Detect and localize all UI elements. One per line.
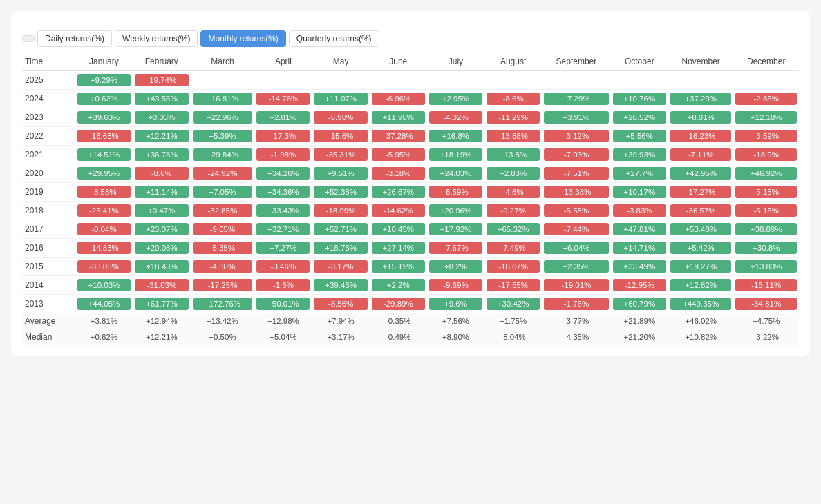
col-header-january: January xyxy=(75,52,133,71)
data-cell: +8.2% xyxy=(427,258,484,276)
data-cell: -34.81% xyxy=(733,295,799,313)
median-cell: -8.04% xyxy=(484,329,542,345)
table-header-row: TimeJanuaryFebruaryMarchAprilMayJuneJuly… xyxy=(22,52,799,71)
average-cell: +13.42% xyxy=(191,313,255,329)
data-cell xyxy=(733,71,799,90)
median-cell: +12.21% xyxy=(133,329,191,345)
year-cell: 2016 xyxy=(22,239,75,258)
tab-quarterly[interactable]: Quarterly returns(%) xyxy=(289,30,379,47)
data-cell: +0.62% xyxy=(75,90,133,108)
data-cell: +39.93% xyxy=(611,146,668,164)
median-cell: +21.20% xyxy=(611,329,668,345)
data-cell: +61.77% xyxy=(133,295,191,313)
median-row: Median+0.62%+12.21%+0.50%+5.04%+3.17%-0.… xyxy=(22,329,799,345)
col-header-may: May xyxy=(312,52,369,71)
data-cell: -7.51% xyxy=(542,164,611,183)
average-cell: +12.98% xyxy=(254,313,312,329)
data-cell: +13.83% xyxy=(733,258,799,276)
data-cell: +2.81% xyxy=(254,108,312,127)
data-cell: -5.58% xyxy=(542,202,611,220)
data-cell xyxy=(254,71,312,90)
data-cell: -3.46% xyxy=(254,258,312,276)
year-cell: 2017 xyxy=(22,220,75,239)
col-header-october: October xyxy=(611,52,668,71)
data-cell: +15.19% xyxy=(370,258,427,276)
data-cell: -14.76% xyxy=(254,90,312,108)
data-cell: +12.82% xyxy=(668,276,734,295)
data-cell xyxy=(542,71,611,90)
data-cell: +9.29% xyxy=(75,71,133,90)
data-cell: -5.15% xyxy=(733,202,799,220)
median-cell: +5.04% xyxy=(254,329,312,345)
data-cell: +14.71% xyxy=(611,239,668,258)
data-cell xyxy=(370,71,427,90)
data-cell: +18.19% xyxy=(427,146,484,164)
data-cell: +2.83% xyxy=(484,164,542,183)
year-cell: 2013 xyxy=(22,295,75,313)
average-cell: +1.75% xyxy=(484,313,542,329)
table-row: 2022-16.68%+12.21%+5.39%-17.3%-15.6%-37.… xyxy=(22,127,799,146)
data-cell: +12.18% xyxy=(733,108,799,127)
data-cell: +39.46% xyxy=(312,276,369,295)
data-cell: +50.01% xyxy=(254,295,312,313)
data-cell: -9.27% xyxy=(484,202,542,220)
data-cell: -31.03% xyxy=(133,276,191,295)
data-cell: -4.6% xyxy=(484,183,542,202)
data-cell: +10.03% xyxy=(75,276,133,295)
data-cell: +27.14% xyxy=(370,239,427,258)
table-row: 2021+14.51%+36.78%+29.84%-1.98%-35.31%-5… xyxy=(22,146,799,164)
data-cell: -11.29% xyxy=(484,108,542,127)
data-cell: +34.26% xyxy=(254,164,312,183)
data-cell: +42.95% xyxy=(668,164,734,183)
data-cell: +44.05% xyxy=(75,295,133,313)
tab-bar: Daily returns(%) Weekly returns(%) Month… xyxy=(22,30,799,47)
data-cell: +0.03% xyxy=(133,108,191,127)
data-cell: -17.3% xyxy=(254,127,312,146)
data-cell: +5.42% xyxy=(668,239,734,258)
data-cell: +10.45% xyxy=(370,220,427,239)
tab-monthly[interactable]: Monthly returns(%) xyxy=(200,30,285,47)
average-cell: +3.81% xyxy=(75,313,133,329)
data-cell: +19.27% xyxy=(668,258,734,276)
data-cell: +3.91% xyxy=(542,108,611,127)
year-cell: 2018 xyxy=(22,202,75,220)
data-cell: -6.59% xyxy=(427,183,484,202)
data-cell: +2.35% xyxy=(542,258,611,276)
data-cell: +172.76% xyxy=(191,295,255,313)
table-row: 2023+39.63%+0.03%+22.96%+2.81%-6.98%+11.… xyxy=(22,108,799,127)
data-cell: +47.81% xyxy=(611,220,668,239)
data-cell: +5.56% xyxy=(611,127,668,146)
data-cell: -4.02% xyxy=(427,108,484,127)
tab-weekly[interactable]: Weekly returns(%) xyxy=(115,30,198,47)
year-cell: 2023 xyxy=(22,108,75,127)
data-cell: +23.07% xyxy=(133,220,191,239)
median-cell: -3.22% xyxy=(733,329,799,345)
data-cell: -15.6% xyxy=(312,127,369,146)
data-cell: -13.88% xyxy=(484,127,542,146)
data-cell xyxy=(484,71,542,90)
btc-selector[interactable] xyxy=(22,35,35,42)
data-cell: -3.18% xyxy=(370,164,427,183)
data-cell: +46.92% xyxy=(733,164,799,183)
data-cell: +11.14% xyxy=(133,183,191,202)
year-cell: 2014 xyxy=(22,276,75,295)
data-cell: +29.95% xyxy=(75,164,133,183)
data-cell: -0.04% xyxy=(75,220,133,239)
main-container: Daily returns(%) Weekly returns(%) Month… xyxy=(11,11,810,356)
data-cell: -16.23% xyxy=(668,127,734,146)
data-cell: -35.31% xyxy=(312,146,369,164)
average-cell: -0.35% xyxy=(370,313,427,329)
year-cell: 2015 xyxy=(22,258,75,276)
data-cell: -7.67% xyxy=(427,239,484,258)
col-header-july: July xyxy=(427,52,484,71)
data-cell: +22.96% xyxy=(191,108,255,127)
tab-daily[interactable]: Daily returns(%) xyxy=(37,30,112,47)
col-header-march: March xyxy=(191,52,255,71)
data-cell: +9.6% xyxy=(427,295,484,313)
data-cell: -1.6% xyxy=(254,276,312,295)
data-cell: -7.44% xyxy=(542,220,611,239)
average-cell: +4.75% xyxy=(733,313,799,329)
data-cell: -8.6% xyxy=(133,164,191,183)
returns-table: TimeJanuaryFebruaryMarchAprilMayJuneJuly… xyxy=(22,52,799,345)
median-cell: +0.62% xyxy=(75,329,133,345)
